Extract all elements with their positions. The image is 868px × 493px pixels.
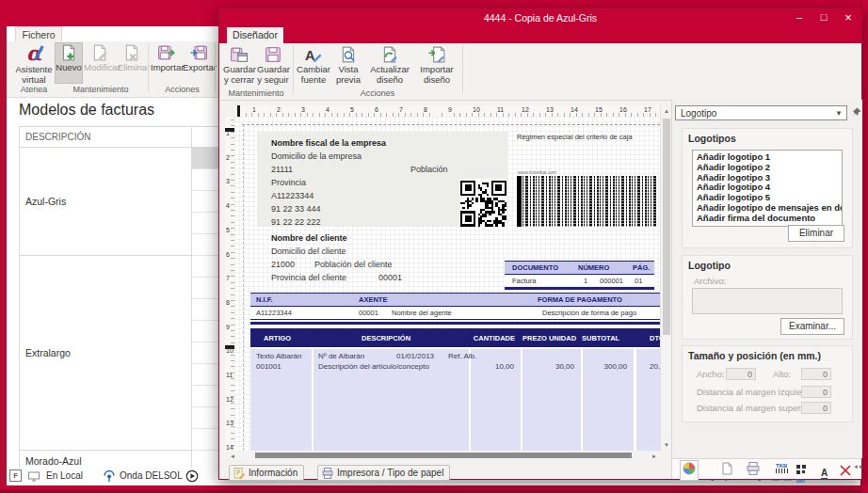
ruler-label: 17	[644, 106, 651, 113]
designer-window: 4444 - Copia de Azul-Gris – □ × Diseñado…	[218, 8, 862, 480]
ruler-label: 5	[350, 106, 354, 113]
ruler-label: 14	[226, 444, 233, 451]
ruler-label: 7	[226, 275, 230, 281]
alto-label: Alto:	[773, 369, 791, 379]
ruler-label: 11	[226, 372, 233, 378]
designer-tabrow: Diseñador	[219, 27, 861, 43]
tab-disenador[interactable]: Diseñador	[227, 27, 283, 43]
ruler-label: 2	[277, 106, 281, 113]
new-document-icon	[60, 44, 77, 61]
document-info-table[interactable]: DOCUMENTO NÚMERO PÁG. Factura 1 000001 0…	[505, 261, 654, 290]
ruler-label: 9	[448, 106, 452, 113]
asistente-virtual-button[interactable]: α Asistente virtual	[14, 43, 54, 83]
close-button[interactable]: ×	[839, 8, 858, 27]
print-icon[interactable]	[747, 462, 760, 479]
section-selector-combobox[interactable]: Logotipo ▼	[675, 105, 847, 120]
font-tool-icon[interactable]: A	[821, 463, 828, 480]
regimen-note[interactable]: Régimen especial del criterio de caja	[517, 133, 633, 141]
maximize-button[interactable]: □	[814, 8, 833, 27]
eliminar-button[interactable]: Eliminar	[788, 225, 844, 242]
eliminar-button[interactable]: Eliminar	[118, 43, 146, 83]
tab-impresora-tipo-papel[interactable]: Impresora / Tipo de papel	[317, 465, 450, 481]
vista-previa-button[interactable]: Vista previa	[332, 45, 364, 85]
archivo-field[interactable]	[692, 288, 843, 314]
exportar-button[interactable]: Exportar	[183, 43, 214, 83]
navy-bar	[505, 287, 654, 290]
pdf417-barcode[interactable]	[517, 176, 658, 227]
preview-icon	[340, 46, 357, 63]
save-icon	[265, 46, 281, 63]
ribbon-separator	[462, 45, 463, 94]
design-canvas[interactable]: Nombre fiscal de la empresa Domicilio de…	[234, 117, 660, 451]
size-position-section: Tamaño y posición (en mm.) Ancho: 0 Alto…	[682, 345, 853, 422]
tab-fichero[interactable]: Fichero	[15, 26, 62, 42]
dist-superior-label: Distancia al margen superior:	[697, 403, 813, 413]
properties-panel: Logotipo ▼ Logotipos Añadir logotipo 1Añ…	[671, 100, 862, 458]
ruler-label: 13	[546, 106, 554, 113]
logotipo-list-item[interactable]: Añadir firma del documento	[697, 214, 842, 224]
importar-diseno-button[interactable]: Importar diseño	[415, 45, 458, 85]
guardar-y-seguir-button[interactable]: Guardar y seguir	[257, 45, 289, 85]
vertical-scroll-thumb[interactable]	[663, 119, 670, 335]
page-icon[interactable]	[721, 462, 733, 479]
agent-payment-table[interactable]: N.I.F. AXENTE FORMA DE PAGAMENTO A112233…	[250, 293, 660, 325]
monitor-icon	[27, 470, 40, 483]
ruler-label: 4	[226, 202, 230, 209]
ruler-label: 16	[619, 106, 627, 113]
color-design-icon[interactable]	[680, 460, 699, 481]
ruler-label: 8	[424, 106, 427, 113]
nav-next-icon[interactable]: ►	[859, 464, 864, 469]
agent-table-row: A11223344 00001 Nombre del agente Descri…	[250, 307, 660, 319]
ruler-label: 13	[226, 420, 233, 426]
document-table-row: Factura 1 000001 01	[505, 275, 654, 286]
nuevo-button[interactable]: Nuevo	[56, 43, 82, 83]
import-design-icon	[428, 46, 445, 63]
ruler-label: 12	[522, 106, 529, 113]
logotipo-list-item[interactable]: Añadir logotipo 2	[697, 163, 842, 173]
atenea-alpha-icon: α	[22, 44, 46, 63]
examinar-button[interactable]: Examinar...	[780, 318, 844, 335]
ruler-label: 10	[473, 106, 480, 113]
ruler-label: 4	[326, 106, 330, 113]
actualizar-diseno-button[interactable]: Actualizar diseño	[366, 45, 413, 85]
minimize-button[interactable]: –	[790, 8, 809, 27]
cambiar-fuente-button[interactable]: A Cambiar fuente	[297, 45, 330, 85]
qr-code[interactable]	[460, 179, 506, 228]
barcode-caption: www.ticketbai.com	[518, 169, 556, 175]
size-position-title: Tamaño y posición (en mm.)	[683, 346, 852, 361]
logotipos-section-title: Logotipos	[683, 129, 852, 144]
pin-icon[interactable]	[851, 107, 861, 118]
ticketbai-icon[interactable]: BAI	[796, 461, 806, 484]
ribbon-separator	[293, 45, 294, 94]
alto-field[interactable]: 0	[801, 368, 831, 380]
ancho-field[interactable]: 0	[726, 368, 756, 380]
tab-informacion[interactable]: Información	[229, 465, 304, 481]
logotipos-listbox[interactable]: Añadir logotipo 1Añadir logotipo 2Añadir…	[692, 150, 843, 227]
delete-element-icon[interactable]	[840, 463, 851, 480]
dist-izquierdo-field[interactable]: 0	[801, 386, 831, 398]
play-icon[interactable]	[185, 469, 199, 483]
tkb-icon[interactable]: TKB	[776, 463, 789, 473]
model-group-label[interactable]: Azul-Gris	[20, 148, 192, 256]
edit-document-icon	[91, 44, 108, 61]
items-table-body: Texto Albarán 001001 Nº de Albarán 01/01…	[250, 347, 660, 451]
ribbon-group-atenea: Atenea	[14, 85, 54, 94]
refresh-design-icon	[381, 46, 398, 63]
ribbon-group-acciones: Acciones	[151, 85, 214, 94]
model-group-label[interactable]: Extralargo	[20, 256, 192, 451]
importar-button[interactable]: Importar	[151, 43, 182, 83]
items-table-header: ARTIGO DESCRIPCIÓN CANTIDADE PREZO UNIDA…	[250, 328, 660, 347]
ribbon-group-mantenimiento: Mantenimiento	[223, 88, 289, 98]
ruler-label: 5	[226, 227, 230, 233]
items-table[interactable]: ARTIGO DESCRIPCIÓN CANTIDADE PREZO UNIDA…	[250, 328, 660, 451]
logotipos-section: Logotipos Añadir logotipo 1Añadir logoti…	[682, 128, 853, 248]
client-info-block[interactable]: Nombre del cliente Domicilio del cliente…	[271, 233, 516, 288]
logotipo-section: Logotipo Archivo: Examinar...	[682, 255, 853, 340]
ruler-label: 8	[226, 299, 230, 306]
modificar-button[interactable]: Modificar	[84, 43, 116, 83]
column-header-descripcion[interactable]: DESCRIPCIÓN	[20, 127, 192, 148]
page-title: Modelos de facturas	[19, 102, 154, 119]
guardar-y-cerrar-button[interactable]: Guardar y cerrar	[223, 45, 255, 85]
chevron-down-icon[interactable]: ▼	[835, 106, 843, 121]
dist-superior-field[interactable]: 0	[801, 402, 831, 414]
